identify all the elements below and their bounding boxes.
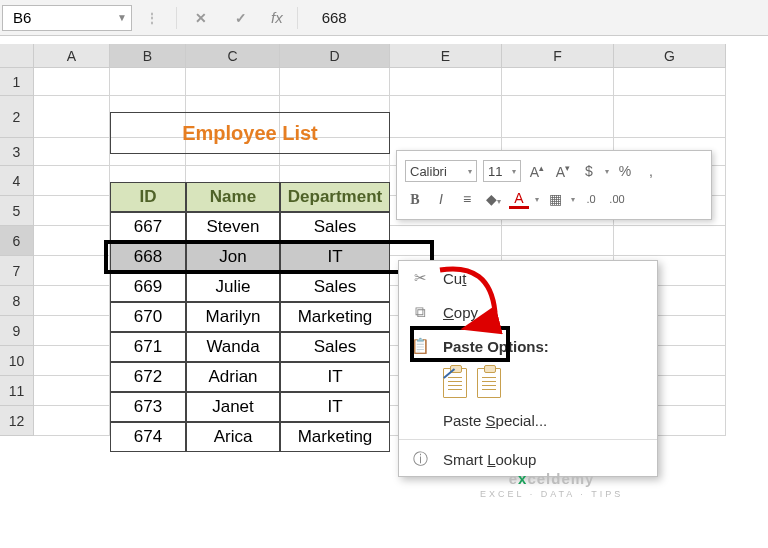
col-header-id[interactable]: ID	[110, 182, 186, 212]
font-combo[interactable]: Calibri▾	[405, 160, 477, 182]
cell[interactable]	[110, 68, 186, 96]
increase-decimal-icon[interactable]: .00	[607, 193, 627, 205]
cell[interactable]	[34, 376, 110, 406]
shrink-font-icon[interactable]: A▾	[553, 163, 573, 180]
cell[interactable]	[614, 226, 726, 256]
cell[interactable]	[502, 226, 614, 256]
comma-icon[interactable]: ,	[641, 163, 661, 179]
font-color-icon[interactable]: A	[509, 190, 529, 209]
cell[interactable]	[34, 406, 110, 436]
chevron-down-icon[interactable]: ▾	[605, 167, 609, 176]
name-box[interactable]: B6 ▼	[2, 5, 132, 31]
borders-icon[interactable]: ▦	[545, 191, 565, 207]
row-header[interactable]: 5	[0, 196, 34, 226]
col-header-C[interactable]: C	[186, 44, 280, 68]
cell[interactable]	[34, 166, 110, 196]
cell-id[interactable]: 667	[110, 212, 186, 242]
cell[interactable]	[280, 68, 390, 96]
row-header[interactable]: 7	[0, 256, 34, 286]
cell[interactable]	[34, 96, 110, 138]
cell-name[interactable]: Arica	[186, 422, 280, 452]
fontsize-combo[interactable]: 11▾	[483, 160, 521, 182]
cell[interactable]	[390, 226, 502, 256]
cell[interactable]	[186, 68, 280, 96]
row-header[interactable]: 2	[0, 96, 34, 138]
italic-button[interactable]: I	[431, 191, 451, 207]
col-header-G[interactable]: G	[614, 44, 726, 68]
cell-id[interactable]: 668	[110, 242, 186, 272]
chevron-down-icon[interactable]: ▼	[117, 12, 127, 23]
align-center-icon[interactable]: ≡	[457, 191, 477, 207]
col-header-D[interactable]: D	[280, 44, 390, 68]
percent-icon[interactable]: %	[615, 163, 635, 179]
cell[interactable]	[34, 256, 110, 286]
row-header[interactable]: 1	[0, 68, 34, 96]
select-all-button[interactable]	[0, 44, 34, 68]
col-header-F[interactable]: F	[502, 44, 614, 68]
cell[interactable]	[390, 96, 502, 138]
cell-dept[interactable]: Sales	[280, 272, 390, 302]
cell-id[interactable]: 670	[110, 302, 186, 332]
cell-id[interactable]: 671	[110, 332, 186, 362]
chevron-down-icon[interactable]: ▾	[535, 195, 539, 204]
cell-id[interactable]: 672	[110, 362, 186, 392]
currency-icon[interactable]: $	[579, 163, 599, 179]
row-header[interactable]: 12	[0, 406, 34, 436]
fx-label[interactable]: fx	[271, 9, 283, 26]
cell-dept[interactable]: Marketing	[280, 302, 390, 332]
row-header[interactable]: 9	[0, 316, 34, 346]
row-header[interactable]: 4	[0, 166, 34, 196]
cell[interactable]	[390, 68, 502, 96]
cell-name[interactable]: Adrian	[186, 362, 280, 392]
cell[interactable]	[34, 226, 110, 256]
row-header[interactable]: 6	[0, 226, 34, 256]
cell[interactable]	[34, 346, 110, 376]
cell[interactable]	[502, 68, 614, 96]
bold-button[interactable]: B	[405, 191, 425, 208]
cell[interactable]	[34, 196, 110, 226]
merged-title-cell[interactable]: Employee List	[110, 112, 390, 154]
row-header[interactable]: 10	[0, 346, 34, 376]
cell[interactable]	[34, 68, 110, 96]
cell-name[interactable]: Marilyn	[186, 302, 280, 332]
menu-copy[interactable]: ⧉ Copy	[399, 295, 657, 329]
wm-post: celdemy	[527, 470, 594, 487]
cell-dept[interactable]: IT	[280, 362, 390, 392]
cell-name[interactable]: Jon	[186, 242, 280, 272]
row-header[interactable]: 8	[0, 286, 34, 316]
cell[interactable]	[34, 138, 110, 166]
cell-name[interactable]: Julie	[186, 272, 280, 302]
cell-dept[interactable]: Sales	[280, 332, 390, 362]
cell[interactable]	[614, 68, 726, 96]
menu-cut[interactable]: ✂ Cut	[399, 261, 657, 295]
paste-values-icon[interactable]	[477, 368, 501, 398]
cell-name[interactable]: Janet	[186, 392, 280, 422]
cell-dept[interactable]: Marketing	[280, 422, 390, 452]
cell-dept[interactable]: IT	[280, 392, 390, 422]
row-header[interactable]: 3	[0, 138, 34, 166]
cell[interactable]	[34, 286, 110, 316]
fill-color-icon[interactable]: ◆▾	[483, 191, 503, 207]
grow-font-icon[interactable]: A▴	[527, 163, 547, 180]
row-header[interactable]: 11	[0, 376, 34, 406]
cell-dept[interactable]: Sales	[280, 212, 390, 242]
menu-paste-special[interactable]: Paste Special...	[399, 403, 657, 437]
chevron-down-icon[interactable]: ▾	[571, 195, 575, 204]
cell-dept[interactable]: IT	[280, 242, 390, 272]
col-header-A[interactable]: A	[34, 44, 110, 68]
col-header-dept[interactable]: Department	[280, 182, 390, 212]
cell[interactable]	[502, 96, 614, 138]
col-header-name[interactable]: Name	[186, 182, 280, 212]
col-header-E[interactable]: E	[390, 44, 502, 68]
cell-id[interactable]: 673	[110, 392, 186, 422]
formula-input[interactable]: 668	[302, 9, 768, 26]
cell-name[interactable]: Wanda	[186, 332, 280, 362]
cell-id[interactable]: 674	[110, 422, 186, 452]
paste-default-icon[interactable]	[443, 368, 467, 398]
cell-id[interactable]: 669	[110, 272, 186, 302]
cell-name[interactable]: Steven	[186, 212, 280, 242]
cell[interactable]	[614, 96, 726, 138]
cell[interactable]	[34, 316, 110, 346]
decrease-decimal-icon[interactable]: .0	[581, 193, 601, 205]
col-header-B[interactable]: B	[110, 44, 186, 68]
